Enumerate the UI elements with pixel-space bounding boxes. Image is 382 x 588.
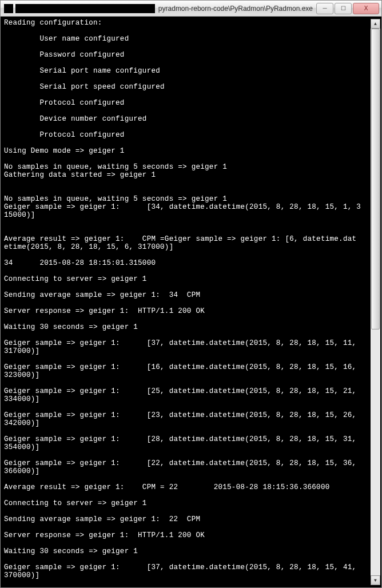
- console-line: [4, 475, 380, 483]
- console-line: Sending average sample => geiger 1: 22 C…: [4, 515, 380, 523]
- console-line: Waiting 30 seconds => geiger 1: [4, 547, 380, 555]
- console-line: Geiger sample => geiger 1: [37, datetime…: [4, 339, 380, 347]
- console-line: [4, 155, 380, 163]
- console-output[interactable]: Reading configuration: User name configu…: [4, 19, 380, 586]
- console-line: [4, 43, 380, 51]
- console-line: Average result => geiger 1: CPM = 22 201…: [4, 483, 380, 491]
- console-line: Gathering data started => geiger 1: [4, 171, 380, 179]
- console-line: 366000)]: [4, 467, 380, 475]
- console-line: [4, 379, 380, 387]
- console-line: [4, 107, 380, 115]
- console-line: [4, 315, 380, 323]
- console-line: Serial port name configured: [4, 67, 380, 75]
- close-button[interactable]: X: [353, 3, 379, 14]
- console-line: No samples in queue, waiting 5 seconds =…: [4, 163, 380, 171]
- console-line: 334000)]: [4, 395, 380, 403]
- console-line: [4, 523, 380, 531]
- maximize-button[interactable]: ☐: [335, 3, 352, 14]
- console-line: [4, 251, 380, 259]
- console-line: [4, 187, 380, 195]
- application-window: pyradmon-reborn-code\PyRadmon\PyRadmon.e…: [0, 0, 382, 588]
- console-line: Connecting to server => geiger 1: [4, 275, 380, 283]
- console-line: [4, 27, 380, 35]
- console-line: [4, 179, 380, 187]
- console-line: [4, 427, 380, 435]
- vertical-scrollbar[interactable]: ▲ ▼: [371, 19, 380, 585]
- window-controls: ─ ☐ X: [316, 3, 380, 14]
- console-line: Protocol configured: [4, 131, 380, 139]
- titlebar[interactable]: pyradmon-reborn-code\PyRadmon\PyRadmon.e…: [1, 1, 381, 17]
- console-line: User name configured: [4, 35, 380, 43]
- console-line: Server response => geiger 1: HTTP/1.1 20…: [4, 307, 380, 315]
- console-line: Average result => geiger 1: CPM =Geiger …: [4, 235, 380, 243]
- console-line: [4, 267, 380, 275]
- console-line: [4, 227, 380, 235]
- scroll-up-button[interactable]: ▲: [371, 19, 380, 29]
- scroll-down-button[interactable]: ▼: [371, 575, 380, 585]
- console-line: [4, 75, 380, 83]
- console-line: Geiger sample => geiger 1: [28, datetime…: [4, 435, 380, 443]
- console-line: Sending average sample => geiger 1: 34 C…: [4, 291, 380, 299]
- scroll-thumb[interactable]: [371, 29, 380, 329]
- console-area: Reading configuration: User name configu…: [1, 17, 381, 587]
- title-obscured: [15, 4, 155, 13]
- console-line: Geiger sample => geiger 1: [22, datetime…: [4, 459, 380, 467]
- console-line: Reading configuration:: [4, 19, 380, 27]
- console-line: [4, 579, 380, 586]
- console-line: [4, 539, 380, 547]
- console-line: Protocol configured: [4, 99, 380, 107]
- console-line: 15000)]: [4, 211, 380, 219]
- console-line: Password configured: [4, 51, 380, 59]
- console-line: [4, 219, 380, 227]
- app-icon: [4, 4, 13, 13]
- console-line: 317000)]: [4, 347, 380, 355]
- console-line: 323000)]: [4, 371, 380, 379]
- console-line: [4, 507, 380, 515]
- console-line: [4, 139, 380, 147]
- console-line: Waiting 30 seconds => geiger 1: [4, 323, 380, 331]
- console-line: Using Demo mode => geiger 1: [4, 147, 380, 155]
- console-line: Geiger sample => geiger 1: [16, datetime…: [4, 363, 380, 371]
- console-line: [4, 355, 380, 363]
- console-line: [4, 299, 380, 307]
- console-line: 34 2015-08-28 18:15:01.315000: [4, 259, 380, 267]
- console-line: Device number configured: [4, 115, 380, 123]
- console-line: etime(2015, 8, 28, 18, 15, 6, 317000)]: [4, 243, 380, 251]
- console-line: [4, 451, 380, 459]
- console-line: Connecting to server => geiger 1: [4, 499, 380, 507]
- console-line: Geiger sample => geiger 1: [23, datetime…: [4, 411, 380, 419]
- console-line: [4, 283, 380, 291]
- console-line: 354000)]: [4, 443, 380, 451]
- console-line: Server response => geiger 1: HTTP/1.1 20…: [4, 531, 380, 539]
- title-path: pyradmon-reborn-code\PyRadmon\PyRadmon.e…: [155, 5, 316, 13]
- console-line: [4, 331, 380, 339]
- console-line: [4, 91, 380, 99]
- console-line: Serial port speed configured: [4, 83, 380, 91]
- console-line: Geiger sample => geiger 1: [37, datetime…: [4, 563, 380, 571]
- console-line: 370000)]: [4, 571, 380, 579]
- console-line: 342000)]: [4, 419, 380, 427]
- console-line: [4, 491, 380, 499]
- console-line: [4, 59, 380, 67]
- console-line: [4, 555, 380, 563]
- scroll-track[interactable]: [371, 29, 380, 575]
- console-line: [4, 123, 380, 131]
- console-line: Geiger sample => geiger 1: [25, datetime…: [4, 387, 380, 395]
- console-line: [4, 403, 380, 411]
- console-line: No samples in queue, waiting 5 seconds =…: [4, 195, 380, 203]
- minimize-button[interactable]: ─: [316, 3, 333, 14]
- console-line: Geiger sample => geiger 1: [34, datetime…: [4, 203, 380, 211]
